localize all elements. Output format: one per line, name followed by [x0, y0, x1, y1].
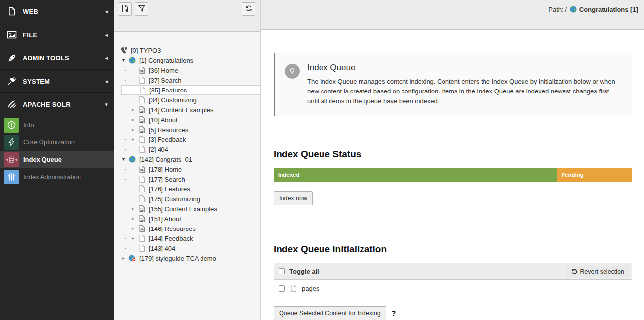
tree-node-label: [35] Features: [149, 87, 187, 94]
tree-indent-guide: [125, 65, 125, 258]
toggle-all-label: Toggle all: [289, 268, 566, 275]
queue-icon: [4, 152, 19, 167]
typo3-icon: [120, 46, 128, 54]
tree-node-label: [175] Customizing: [149, 195, 200, 203]
rocket-icon: [6, 52, 17, 63]
tree-node-35-features[interactable]: [35] Features: [121, 85, 260, 95]
image-icon: [6, 29, 17, 40]
expand-toggle-icon[interactable]: ▸: [132, 206, 138, 211]
module-group-web[interactable]: WEB◂: [0, 0, 114, 23]
tree-node-143-404[interactable]: [143] 404: [114, 243, 260, 253]
page-icon: [138, 76, 146, 84]
lightbulb-icon: [285, 64, 300, 79]
tree-node-146-resources[interactable]: ▸[146] Resources: [114, 224, 260, 233]
module-group-apache-solr[interactable]: APACHE SOLR▾: [0, 93, 114, 116]
tree-node-36-home[interactable]: [36] Home: [114, 65, 260, 75]
init-row-label: pages: [302, 285, 319, 292]
collapse-toggle-icon[interactable]: ▾: [122, 157, 128, 162]
globe-icon: [128, 56, 136, 64]
expand-toggle-icon[interactable]: ▸: [132, 117, 138, 122]
page-icon: [138, 96, 146, 104]
collapse-toggle-icon[interactable]: ▾: [122, 58, 128, 63]
expand-toggle-icon[interactable]: ▸: [132, 236, 138, 241]
tree-node-144-feedback[interactable]: ▸[144] Feedback: [114, 233, 260, 243]
module-group-system[interactable]: SYSTEM◂: [0, 70, 114, 93]
sidebar-item-label: Info: [23, 121, 34, 129]
info-callout: Index Queue The Index Queue manages cont…: [274, 53, 632, 116]
tree-node-175-customizing[interactable]: [175] Customizing: [114, 194, 260, 204]
revert-selection-button[interactable]: Revert selection: [566, 266, 629, 277]
chevron-down-icon: ▾: [105, 101, 108, 108]
revert-selection-label: Revert selection: [580, 268, 624, 275]
tree-node-0-typo3[interactable]: [0] TYPO3: [114, 46, 260, 55]
expand-toggle-icon[interactable]: ▸: [132, 216, 138, 221]
expand-toggle-icon[interactable]: ▸: [132, 127, 138, 132]
page-shortcut-icon: [138, 106, 146, 114]
tree-node-label: [14] Content Examples: [149, 106, 214, 114]
tree-node-5-resources[interactable]: ▸[5] Resources: [114, 125, 260, 135]
sliders-icon: [4, 170, 19, 184]
globe-icon: [569, 5, 577, 13]
sidebar-item-label: Index Queue: [23, 156, 62, 163]
help-question-mark[interactable]: ?: [392, 309, 396, 317]
queue-selected-button[interactable]: Queue Selected Content for Indexing: [274, 306, 386, 320]
expand-toggle-icon[interactable]: ▸: [132, 137, 138, 142]
path-prefix: Path: /: [548, 6, 567, 13]
revert-icon: [571, 268, 577, 274]
typo3-backend: WEB◂FILE◂ADMIN TOOLS◂SYSTEM◂APACHE SOLR▾…: [0, 0, 644, 320]
new-page-button[interactable]: [119, 2, 132, 16]
sidebar-item-index-administration[interactable]: Index Administration: [0, 168, 114, 185]
module-group-label: SYSTEM: [23, 78, 105, 85]
tree-node-37-search[interactable]: [37] Search: [114, 75, 260, 85]
tree-node-1-congratulations[interactable]: ▾[1] Congratulations: [114, 55, 260, 65]
tree-node-3-feedback[interactable]: ▸[3] Feedback: [114, 135, 260, 144]
page-icon: [138, 86, 146, 94]
toggle-all-checkbox[interactable]: [279, 268, 285, 274]
tree-node-10-about[interactable]: ▸[10] About: [114, 115, 260, 125]
filter-icon: [138, 4, 146, 14]
sidebar-item-core-optimization[interactable]: Core Optimization: [0, 134, 114, 151]
tree-node-label: [37] Search: [149, 77, 182, 84]
tree-node-label: [3] Feedback: [149, 136, 186, 143]
tree-node-2-404[interactable]: [2] 404: [114, 144, 260, 154]
module-group-label: FILE: [23, 31, 105, 39]
tree-node-label: [144] Feedback: [149, 235, 193, 242]
tree-node-14-content-examples[interactable]: ▸[14] Content Examples: [114, 105, 260, 115]
page-shortcut-icon: [138, 215, 146, 223]
index-now-button[interactable]: Index now: [274, 191, 313, 205]
sidebar-item-index-queue[interactable]: Index Queue: [0, 151, 114, 168]
sidebar-item-info[interactable]: Info: [0, 116, 114, 134]
expand-toggle-icon[interactable]: ▸: [132, 226, 138, 231]
init-table-header: Toggle all Revert selection: [274, 263, 632, 280]
refresh-tree-button[interactable]: [242, 2, 255, 16]
tree-node-label: [2] 404: [149, 146, 168, 153]
info-icon: [4, 118, 19, 133]
path-page-title: Congratulations [1]: [579, 6, 638, 13]
module-groups: WEB◂FILE◂ADMIN TOOLS◂SYSTEM◂APACHE SOLR▾: [0, 0, 114, 116]
sidebar-item-label: Index Administration: [23, 173, 81, 181]
tree-node-178-home[interactable]: [178] Home: [114, 164, 260, 174]
page-icon: [290, 284, 297, 292]
filter-button[interactable]: [135, 2, 148, 16]
tree-node-label: [5] Resources: [149, 126, 188, 134]
module-group-admin-tools[interactable]: ADMIN TOOLS◂: [0, 46, 114, 70]
tree-node-176-features[interactable]: [176] Features: [114, 184, 260, 194]
tree-node-179-styleguide-tca-demo[interactable]: ▸[179] styleguide TCA demo: [114, 253, 260, 263]
module-group-file[interactable]: FILE◂: [0, 23, 114, 46]
refresh-icon: [245, 4, 253, 14]
tree-node-177-search[interactable]: [177] Search: [114, 174, 260, 184]
expand-toggle-icon[interactable]: ▸: [132, 107, 138, 112]
row-checkbox-pages[interactable]: [279, 285, 285, 292]
chevron-left-icon: ◂: [105, 55, 108, 61]
tree-node-155-content-examples[interactable]: ▸[155] Content Examples: [114, 204, 260, 214]
page-tree: [0] TYPO3▾[1] Congratulations[36] Home[3…: [114, 32, 260, 320]
page-shortcut-icon: [138, 165, 146, 173]
expand-toggle-icon[interactable]: ▸: [122, 256, 128, 261]
module-group-label: WEB: [23, 8, 105, 15]
tree-node-label: [142] Congrats_01: [139, 156, 192, 163]
sidebar-item-label: Core Optimization: [23, 138, 75, 146]
progress-pending-segment: Pending: [557, 168, 632, 182]
tree-node-34-customizing[interactable]: [34] Customizing: [114, 95, 260, 105]
tree-node-142-congrats-01[interactable]: ▾[142] Congrats_01: [114, 154, 260, 164]
tree-node-151-about[interactable]: ▸[151] About: [114, 214, 260, 224]
